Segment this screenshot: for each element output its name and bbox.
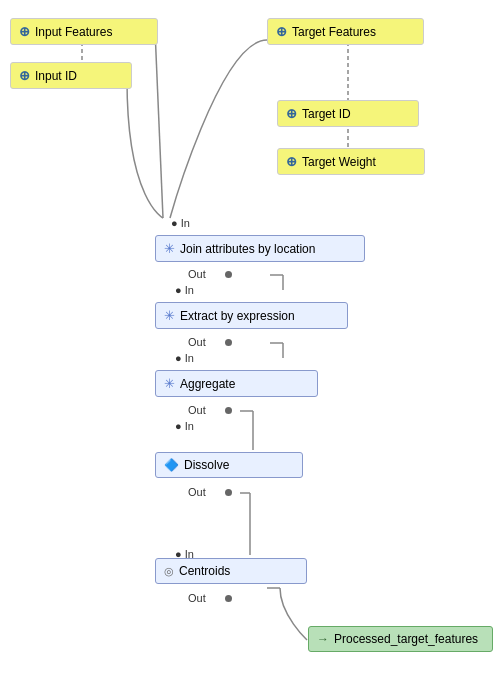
extract-in-label: ● In (175, 352, 194, 364)
processed-icon: → (317, 632, 329, 646)
input-id-label: Input ID (35, 69, 77, 83)
target-weight-label: Target Weight (302, 155, 376, 169)
extract-out-dot (225, 339, 232, 346)
extract-expr-node[interactable]: ✳ Extract by expression (155, 302, 348, 329)
agg-out-dot (225, 407, 232, 414)
target-id-label: Target ID (302, 107, 351, 121)
centroids-icon: ◎ (164, 565, 174, 578)
target-features-label: Target Features (292, 25, 376, 39)
dissolve-out-dot (225, 489, 232, 496)
gear-icon-agg: ✳ (164, 376, 175, 391)
centroids-out-dot (225, 595, 232, 602)
dissolve-label: Dissolve (184, 458, 229, 472)
join-out-dot (225, 271, 232, 278)
plus-icon: ⊕ (19, 24, 30, 39)
dissolve-out-label: Out (188, 486, 206, 498)
input-features-node[interactable]: ⊕ Input Features (10, 18, 158, 45)
dissolve-node[interactable]: 🔷 Dissolve (155, 452, 303, 478)
plus-icon-2: ⊕ (19, 68, 30, 83)
plus-icon-4: ⊕ (286, 106, 297, 121)
target-id-node[interactable]: ⊕ Target ID (277, 100, 419, 127)
centroids-label: Centroids (179, 564, 230, 578)
centroids-node[interactable]: ◎ Centroids (155, 558, 307, 584)
gear-icon-extract: ✳ (164, 308, 175, 323)
plus-icon-3: ⊕ (276, 24, 287, 39)
target-features-node[interactable]: ⊕ Target Features (267, 18, 424, 45)
centroids-out-label: Out (188, 592, 206, 604)
connections-layer (0, 0, 501, 690)
input-features-label: Input Features (35, 25, 112, 39)
extract-out-label: Out (188, 336, 206, 348)
gear-icon-join: ✳ (164, 241, 175, 256)
aggregate-label: Aggregate (180, 377, 235, 391)
agg-in-label: ● In (175, 420, 194, 432)
join-in-port-label: ● In (171, 217, 190, 229)
join-out-label: Out (188, 268, 206, 280)
extract-expr-label: Extract by expression (180, 309, 295, 323)
target-weight-node[interactable]: ⊕ Target Weight (277, 148, 425, 175)
agg-out-label: Out (188, 404, 206, 416)
canvas: ⊕ Input Features ⊕ Input ID ⊕ Target Fea… (0, 0, 501, 690)
join-attrs-label: Join attributes by location (180, 242, 315, 256)
dissolve-icon: 🔷 (164, 458, 179, 472)
processed-label: Processed_target_features (334, 632, 478, 646)
join-attrs-node[interactable]: ✳ Join attributes by location (155, 235, 365, 262)
processed-node[interactable]: → Processed_target_features (308, 626, 493, 652)
plus-icon-5: ⊕ (286, 154, 297, 169)
aggregate-node[interactable]: ✳ Aggregate (155, 370, 318, 397)
input-id-node[interactable]: ⊕ Input ID (10, 62, 132, 89)
join-in2-label: ● In (175, 284, 194, 296)
